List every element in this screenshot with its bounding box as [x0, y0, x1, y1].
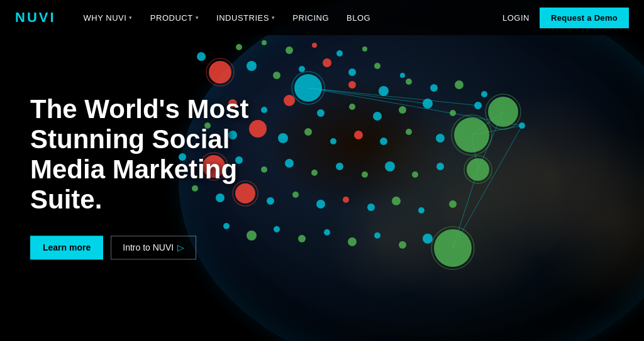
nav-links: WHY NUVI ▾ PRODUCT ▾ INDUSTRIES ▾ PRICIN…	[76, 9, 502, 26]
hero-section: NUVI WHY NUVI ▾ PRODUCT ▾ INDUSTRIES ▾ P…	[0, 0, 644, 341]
hero-buttons: Learn more Intro to NUVI ▷	[30, 235, 269, 259]
intro-nuvi-button[interactable]: Intro to NUVI ▷	[111, 235, 196, 259]
hero-content: The World's Most Stunning Social Media M…	[30, 94, 269, 259]
request-demo-button[interactable]: Request a Demo	[540, 8, 629, 28]
nav-item-product[interactable]: PRODUCT ▾	[143, 9, 206, 26]
learn-more-button[interactable]: Learn more	[30, 235, 103, 259]
nav-right: LOGIN Request a Demo	[502, 8, 629, 28]
login-button[interactable]: LOGIN	[502, 13, 530, 23]
logo[interactable]: NUVI	[15, 9, 56, 26]
nav-item-blog[interactable]: BLOG	[339, 9, 378, 26]
chevron-down-icon: ▾	[129, 14, 133, 21]
navigation: NUVI WHY NUVI ▾ PRODUCT ▾ INDUSTRIES ▾ P…	[0, 0, 644, 35]
play-icon: ▷	[177, 242, 184, 252]
chevron-down-icon: ▾	[272, 14, 275, 21]
chevron-down-icon: ▾	[196, 14, 199, 21]
nav-item-pricing[interactable]: PRICING	[285, 9, 336, 26]
nav-item-why-nuvi[interactable]: WHY NUVI ▾	[76, 9, 140, 26]
nav-item-industries[interactable]: INDUSTRIES ▾	[209, 9, 282, 26]
hero-title: The World's Most Stunning Social Media M…	[30, 94, 269, 215]
logo-text: NUVI	[15, 9, 56, 26]
